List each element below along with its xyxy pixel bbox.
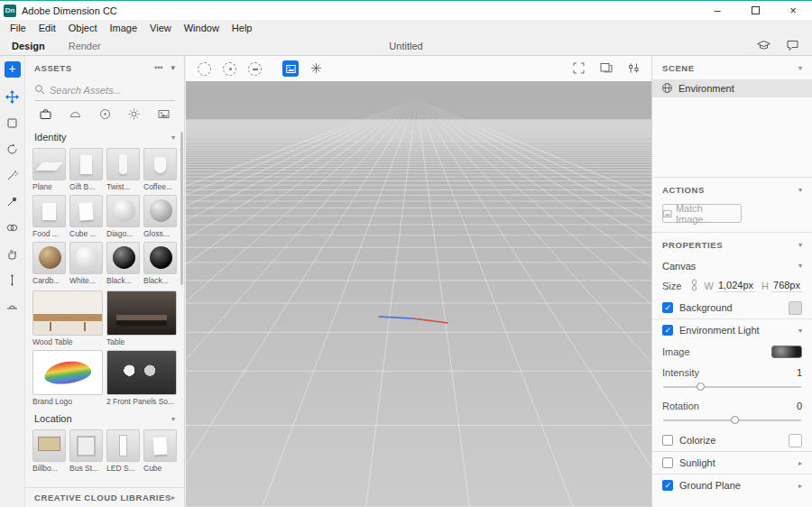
menu-edit[interactable]: Edit [32,23,62,33]
chevron-down-icon[interactable]: ▾ [798,64,802,72]
chevron-down-icon[interactable]: ▾ [171,415,175,423]
sunlight-checkbox[interactable] [662,457,673,468]
asset-item[interactable]: Black... [106,242,140,285]
rotation-value[interactable]: 0 [797,401,802,411]
chevron-down-icon[interactable]: ▾ [171,134,175,142]
chevron-right-icon[interactable]: ▸ [798,482,802,490]
render-settings-icon[interactable] [628,62,640,76]
camera-bookmarks-icon[interactable] [600,62,613,75]
asset-item[interactable]: Coffee... [143,148,177,191]
asset-item[interactable]: Cube [143,429,177,473]
rotation-slider[interactable] [652,415,812,429]
menu-file[interactable]: File [4,23,32,33]
camera-dolly-tool[interactable] [248,62,262,76]
asset-item[interactable]: 2 Front Panels So... [106,350,177,406]
horizon-fade [186,81,651,137]
menu-view[interactable]: View [143,23,178,33]
background-checkbox[interactable] [662,302,673,313]
background-image-button[interactable] [282,60,299,77]
tab-render[interactable]: Render [57,41,113,51]
menu-object[interactable]: Object [62,23,104,33]
asset-item[interactable]: LED S... [106,429,140,473]
asset-item[interactable]: Billbo... [32,429,66,473]
environment-light-checkbox[interactable] [662,325,673,336]
minimize-button[interactable]: – [698,1,736,20]
tab-design[interactable]: Design [0,41,57,51]
maximize-button[interactable] [736,1,774,20]
intensity-value[interactable]: 1 [797,367,802,378]
menu-window[interactable]: Window [178,23,226,33]
learn-icon[interactable] [756,39,771,53]
materials-tab-icon[interactable] [69,107,82,123]
magic-wand-tool[interactable] [5,168,20,182]
horizon-tool[interactable] [5,299,20,313]
canvas-section-row[interactable]: Canvas ▾ [652,256,812,275]
asset-item[interactable]: Black... [143,242,177,285]
slider-knob[interactable] [731,416,739,424]
asset-thumbnail [106,350,177,395]
asset-item[interactable]: Cardb... [32,242,66,285]
menu-help[interactable]: Help [226,23,259,33]
height-field[interactable]: 768px [771,280,802,292]
render-preview-icon[interactable] [310,62,322,76]
fit-view-icon[interactable] [573,62,585,76]
slider-knob[interactable] [697,383,705,391]
asset-item[interactable]: Gift B... [69,148,103,191]
actions-title: ACTIONS [662,185,705,195]
lights-tab-icon[interactable] [127,107,141,123]
camera-orbit-tool[interactable] [198,62,211,76]
intensity-slider[interactable] [652,382,812,396]
dolly-tool[interactable] [5,272,20,287]
viewport-3d[interactable] [186,81,651,507]
asset-item[interactable]: Food ... [32,195,66,238]
search-input[interactable] [50,85,169,96]
graphics-tab-icon[interactable] [98,107,112,123]
chevron-down-icon[interactable]: ▾ [798,327,802,335]
asset-item[interactable]: Wood Table [32,290,103,346]
asset-item[interactable]: Twist... [106,148,140,191]
asset-item[interactable]: Diago... [106,195,140,238]
rotate-tool[interactable] [5,142,20,156]
images-tab-icon[interactable] [157,107,171,123]
orbit-tool[interactable] [5,220,20,235]
asset-item[interactable]: Bus St... [69,429,103,473]
colorize-checkbox[interactable] [662,435,673,446]
panel-menu-icon[interactable]: ••• [154,63,162,72]
match-image-button[interactable]: Match Image... [662,204,742,223]
environment-image-thumbnail[interactable] [771,346,802,358]
link-dimensions-icon[interactable] [690,279,698,293]
scene-item-environment[interactable]: Environment [652,79,812,97]
models-tab-icon[interactable] [39,107,52,123]
colorize-color-swatch[interactable] [789,434,802,447]
asset-item[interactable]: Gloss... [143,195,177,238]
asset-item[interactable]: Cube ... [69,195,103,238]
sampler-eyedropper-tool[interactable] [5,194,20,208]
close-button[interactable]: × [774,1,812,20]
scene-list-empty [652,97,812,177]
background-color-swatch[interactable] [789,301,802,315]
slider-track[interactable] [663,419,801,421]
colorize-row: Colorize [652,429,812,451]
pan-hand-tool[interactable] [5,246,20,261]
width-field[interactable]: 1,024px [716,280,755,292]
add-content-button[interactable]: + [5,61,21,78]
asset-item[interactable]: Brand Logo [32,350,103,406]
asset-item[interactable]: Plane [32,148,66,191]
assets-scrollbar[interactable] [180,132,183,285]
camera-pan-tool[interactable] [223,62,236,76]
chevron-down-icon[interactable]: ▾ [798,186,802,194]
panel-collapse-icon[interactable]: ▾ [171,63,175,72]
move-tool[interactable] [5,89,20,104]
feedback-icon[interactable] [786,39,799,53]
asset-item[interactable]: White... [69,242,103,285]
asset-thumbnail [32,148,66,180]
chevron-down-icon[interactable]: ▾ [798,241,802,249]
chevron-right-icon[interactable]: ▸ [798,459,802,467]
chevron-right-icon: ▸ [171,493,175,502]
cc-libraries-footer[interactable]: CREATIVE CLOUD LIBRARIES ▸ [25,487,184,507]
ground-plane-checkbox[interactable] [662,480,673,491]
asset-item[interactable]: Table [106,290,177,346]
slider-track[interactable] [663,386,801,388]
scale-tool[interactable] [5,115,20,130]
menu-image[interactable]: Image [104,23,144,33]
